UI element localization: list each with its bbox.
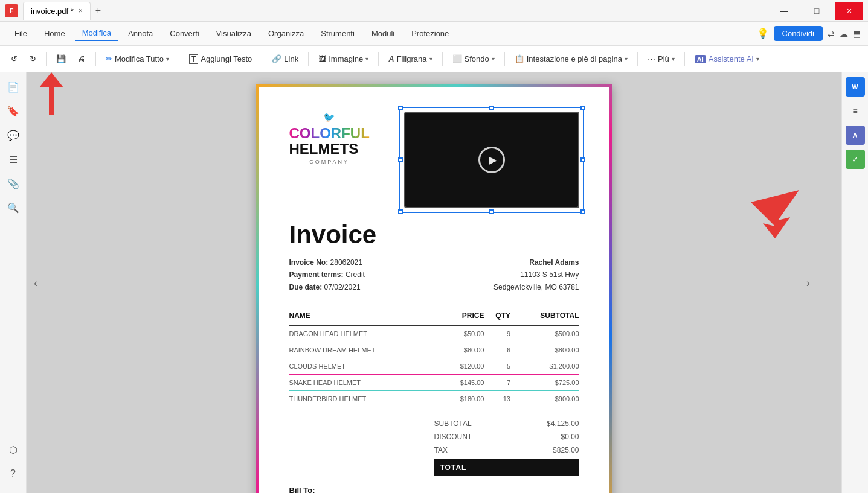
customer-addr2: Sedgewickville, MO 63781 bbox=[493, 281, 579, 293]
sfondo-icon: ⬜ bbox=[452, 54, 462, 63]
pdf-document: 🐦 COLORFUL HELMETS COMPANY ▶ bbox=[256, 84, 612, 493]
col-qty: QTY bbox=[484, 308, 510, 325]
sidebar-page-icon[interactable]: 📄 bbox=[4, 77, 23, 97]
video-container[interactable]: ▶ bbox=[404, 112, 579, 208]
connect-icon[interactable]: ⇄ bbox=[828, 29, 835, 39]
ai-icon: AI bbox=[695, 55, 706, 63]
redo-icon: ↻ bbox=[30, 54, 36, 63]
caret-intestazione: ▾ bbox=[625, 56, 628, 62]
menu-file[interactable]: File bbox=[7, 27, 34, 40]
page-prev-button[interactable]: ‹ bbox=[34, 276, 37, 289]
filigrana-label: Filigrana bbox=[397, 54, 427, 63]
menu-moduli[interactable]: Moduli bbox=[364, 27, 402, 40]
maximize-button[interactable]: □ bbox=[803, 2, 831, 20]
aggiungi-testo-button[interactable]: T Aggiungi Testo bbox=[184, 52, 257, 66]
handle-tl[interactable] bbox=[398, 106, 403, 110]
company-name-colorful: COLORFUL bbox=[289, 126, 370, 141]
link-label: Link bbox=[284, 54, 298, 63]
tab-title: invoice.pdf * bbox=[31, 7, 74, 16]
handle-tc[interactable] bbox=[489, 106, 494, 110]
lightbulb-icon[interactable]: 💡 bbox=[757, 28, 769, 39]
handle-bc[interactable] bbox=[489, 209, 494, 214]
invoice-title: Invoice bbox=[289, 220, 579, 249]
video-thumbnail[interactable]: ▶ bbox=[404, 112, 579, 208]
right-settings-icon[interactable]: ≡ bbox=[846, 101, 865, 121]
redo-button[interactable]: ↻ bbox=[25, 52, 41, 66]
edit-icon: ✏ bbox=[106, 54, 112, 63]
word-icon[interactable]: W bbox=[846, 77, 865, 97]
sidebar-bookmark-icon[interactable]: 🔖 bbox=[4, 101, 23, 121]
menu-home[interactable]: Home bbox=[37, 27, 72, 40]
invoice-meta: Invoice No: 28062021 Payment terms: Cred… bbox=[289, 256, 579, 293]
piu-button[interactable]: ⋯ Più ▾ bbox=[643, 52, 680, 66]
main-layout: 📄 🔖 💬 ☰ 📎 🔍 ⬡ ? ‹ › 🐦 C bbox=[0, 72, 868, 493]
play-button[interactable]: ▶ bbox=[478, 147, 505, 173]
sidebar-layers2-icon[interactable]: ⬡ bbox=[4, 440, 23, 459]
image-icon: 🖼 bbox=[318, 54, 326, 63]
caret-piu: ▾ bbox=[672, 56, 675, 62]
sidebar-layers-icon[interactable]: ☰ bbox=[4, 150, 23, 169]
menu-strumenti[interactable]: Strumenti bbox=[313, 27, 362, 40]
right-check-icon[interactable]: ✓ bbox=[846, 150, 865, 169]
sidebar-attachment-icon[interactable]: 📎 bbox=[4, 174, 23, 193]
sidebar-search-icon[interactable]: 🔍 bbox=[4, 198, 23, 217]
handle-ml[interactable] bbox=[398, 157, 403, 162]
table-row: THUNDERBIRD HELMET$180.0013$900.00 bbox=[289, 391, 579, 407]
immagine-button[interactable]: 🖼 Immagine ▾ bbox=[313, 52, 373, 66]
caret-modifica: ▾ bbox=[166, 56, 169, 62]
window-controls: — □ × bbox=[770, 2, 863, 20]
company-logo: 🐦 COLORFUL HELMETS COMPANY bbox=[289, 112, 370, 165]
menu-modifica[interactable]: Modifica bbox=[75, 26, 118, 41]
print-button[interactable]: 🖨 bbox=[73, 52, 91, 66]
invoice-no-line: Invoice No: 28062021 bbox=[289, 256, 365, 269]
page-next-button[interactable]: › bbox=[806, 276, 810, 289]
menu-annota[interactable]: Annota bbox=[121, 27, 160, 40]
handle-bl[interactable] bbox=[398, 209, 403, 214]
save-button[interactable]: 💾 bbox=[51, 52, 71, 66]
active-tab[interactable]: invoice.pdf * × bbox=[23, 2, 91, 20]
toolbar: ↺ ↻ 💾 🖨 ✏ Modifica Tutto ▾ T Aggiungi Te… bbox=[0, 46, 868, 72]
filigrana-button[interactable]: A Filigrana ▾ bbox=[384, 52, 437, 66]
tab-close-button[interactable]: × bbox=[79, 7, 83, 15]
aggiungi-testo-label: Aggiungi Testo bbox=[201, 54, 252, 63]
separator-4 bbox=[262, 52, 262, 66]
due-date: 07/02/2021 bbox=[324, 283, 361, 291]
modifica-tutto-button[interactable]: ✏ Modifica Tutto ▾ bbox=[101, 52, 174, 66]
invoice-no-label: Invoice No: bbox=[289, 258, 329, 267]
filigrana-icon: A bbox=[388, 54, 394, 63]
intestazione-button[interactable]: 📋 Intestazione e piè di pagina ▾ bbox=[510, 52, 632, 66]
minimize-button[interactable]: — bbox=[770, 2, 798, 20]
close-window-button[interactable]: × bbox=[835, 2, 863, 20]
sfondo-button[interactable]: ⬜ Sfondo ▾ bbox=[448, 52, 500, 66]
intestazione-icon: 📋 bbox=[515, 54, 524, 63]
share-button[interactable]: Condividi bbox=[774, 26, 823, 41]
sidebar-comment-icon[interactable]: 💬 bbox=[4, 126, 23, 145]
sidebar-help-icon[interactable]: ? bbox=[4, 464, 23, 483]
menu-converti[interactable]: Converti bbox=[162, 27, 206, 40]
bird-icon: 🐦 bbox=[289, 112, 370, 123]
col-price: PRICE bbox=[442, 308, 484, 325]
separator-7 bbox=[442, 52, 443, 66]
discount-value: $0.00 bbox=[561, 433, 579, 441]
new-tab-button[interactable]: + bbox=[91, 3, 106, 19]
menu-organizza[interactable]: Organizza bbox=[261, 27, 311, 40]
assistente-ai-button[interactable]: AI Assistente AI ▾ bbox=[690, 52, 764, 66]
caret-sfondo: ▾ bbox=[492, 56, 495, 62]
handle-br[interactable] bbox=[580, 209, 585, 214]
totals-table: SUBTOTAL $4,125.00 DISCOUNT $0.00 TAX $8… bbox=[434, 417, 579, 476]
cloud-icon[interactable]: ☁ bbox=[840, 29, 848, 39]
customer-name: Rachel Adams bbox=[493, 256, 579, 269]
right-ai-icon[interactable]: A bbox=[846, 126, 865, 145]
collapse-icon[interactable]: ⬒ bbox=[853, 29, 861, 39]
print-icon: 🖨 bbox=[78, 54, 86, 63]
undo-button[interactable]: ↺ bbox=[6, 52, 22, 66]
bill-to-line bbox=[320, 491, 579, 491]
col-subtotal: SUBTOTAL bbox=[510, 308, 579, 325]
handle-mr[interactable] bbox=[580, 157, 585, 162]
link-button[interactable]: 🔗 Link bbox=[267, 52, 303, 66]
menu-protezione[interactable]: Protezione bbox=[404, 27, 456, 40]
menu-visualizza[interactable]: Visualizza bbox=[209, 27, 259, 40]
payment-value: Credit bbox=[346, 270, 365, 279]
handle-tr[interactable] bbox=[580, 106, 585, 110]
subtotal-label: SUBTOTAL bbox=[434, 419, 472, 428]
